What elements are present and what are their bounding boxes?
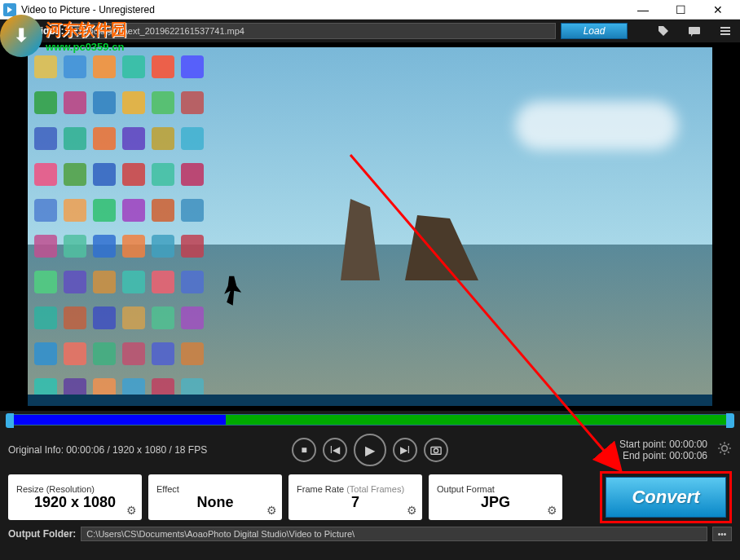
desktop-icon — [64, 271, 86, 293]
desktop-icon — [152, 91, 174, 114]
next-frame-button[interactable]: ▶I — [393, 438, 417, 462]
list-icon[interactable] — [719, 24, 732, 37]
desktop-icon — [93, 163, 116, 186]
desktop-icon — [34, 163, 57, 186]
effect-label: Effect — [156, 484, 274, 494]
resize-label: Resize (Resolution) — [16, 484, 134, 494]
effect-option[interactable]: Effect None ⚙ — [148, 474, 282, 520]
camera-icon — [430, 444, 442, 456]
desktop-icon — [93, 342, 116, 365]
svg-rect-4 — [720, 33, 730, 35]
desktop-icon — [152, 163, 174, 186]
end-point-label: End point: 00:00:06 — [619, 450, 707, 461]
browse-folder-button[interactable]: ••• — [712, 527, 732, 541]
desktop-icon — [122, 271, 145, 293]
desktop-icon — [64, 342, 86, 365]
desktop-icon — [122, 163, 145, 186]
video-preview — [0, 42, 740, 411]
watermark: ⬇ 河东软件园 www.pc0359.cn — [0, 15, 127, 57]
format-option[interactable]: Output Format JPG ⚙ — [429, 474, 562, 520]
start-point-label: Start point: 00:00:00 — [619, 439, 707, 450]
format-label: Output Format — [437, 484, 554, 494]
convert-button[interactable]: Convert — [606, 477, 726, 518]
prev-frame-button[interactable]: I◀ — [323, 438, 347, 462]
desktop-icon — [34, 342, 57, 365]
framerate-option[interactable]: Frame Rate (Total Frames) 7 ⚙ — [289, 474, 422, 520]
desktop-icon — [93, 55, 116, 78]
desktop-icon — [93, 235, 116, 258]
watermark-text-url: www.pc0359.cn — [46, 41, 127, 53]
svg-point-6 — [434, 448, 438, 452]
desktop-icon — [181, 342, 204, 365]
framerate-value: 7 — [297, 494, 414, 511]
desktop-icon — [34, 91, 57, 114]
desktop-icon — [152, 271, 174, 293]
watermark-logo-icon: ⬇ — [0, 15, 42, 57]
timeline-end-handle[interactable] — [726, 413, 734, 428]
video-path-input[interactable]: D:\tools\桌面\ext_2019622161537741.mp4 — [68, 23, 556, 39]
maximize-button[interactable]: ☐ — [662, 1, 699, 19]
desktop-icon — [181, 271, 204, 293]
message-icon[interactable] — [688, 24, 701, 37]
window-title: Video to Picture - Unregistered — [21, 4, 624, 15]
desktop-icon — [64, 91, 86, 114]
format-settings-button[interactable]: ⚙ — [547, 504, 557, 517]
snapshot-button[interactable] — [424, 438, 448, 462]
desktop-icon — [64, 306, 86, 329]
desktop-icon — [122, 199, 145, 222]
close-button[interactable]: ✕ — [699, 1, 737, 19]
timeline-container — [0, 411, 740, 430]
resize-settings-button[interactable]: ⚙ — [126, 504, 137, 517]
load-button[interactable]: Load — [561, 23, 628, 39]
desktop-icon — [93, 306, 116, 329]
desktop-icon — [64, 163, 86, 186]
framerate-label: Frame Rate (Total Frames) — [297, 484, 414, 494]
desktop-icon — [181, 55, 204, 78]
options-row: Resize (Resolution) 1920 x 1080 ⚙ Effect… — [0, 470, 740, 525]
svg-rect-2 — [720, 27, 730, 29]
svg-rect-1 — [689, 27, 700, 34]
play-button[interactable]: ▶ — [354, 434, 386, 466]
output-folder-row: Output Folder: C:\Users\CS\Documents\Aoa… — [0, 525, 740, 543]
desktop-icon — [122, 342, 145, 365]
timeline-start-handle[interactable] — [6, 413, 14, 428]
convert-highlight-box: Convert — [600, 471, 732, 523]
desktop-icon — [122, 55, 145, 78]
desktop-icon — [152, 199, 174, 222]
video-frame — [28, 47, 712, 406]
stop-button[interactable]: ■ — [292, 438, 316, 462]
original-info-label: Original Info: 00:00:06 / 1920 x 1080 / … — [8, 444, 207, 456]
svg-point-7 — [722, 446, 728, 452]
desktop-icon — [181, 306, 204, 329]
desktop-icon — [122, 127, 145, 150]
desktop-icon — [34, 306, 57, 329]
tag-icon[interactable] — [657, 24, 670, 37]
desktop-icon — [64, 199, 86, 222]
time-settings-button[interactable] — [717, 441, 732, 459]
desktop-icon — [34, 199, 57, 222]
minimize-button[interactable]: — — [624, 1, 662, 19]
desktop-icon — [93, 91, 116, 114]
desktop-icon — [152, 55, 174, 78]
effect-settings-button[interactable]: ⚙ — [266, 504, 277, 517]
svg-rect-3 — [720, 30, 730, 32]
playback-controls-row: Original Info: 00:00:06 / 1920 x 1080 / … — [0, 430, 740, 470]
desktop-icon — [122, 91, 145, 114]
resize-option[interactable]: Resize (Resolution) 1920 x 1080 ⚙ — [8, 474, 142, 520]
desktop-icon — [152, 342, 174, 365]
desktop-icon — [34, 127, 57, 150]
desktop-icon — [34, 55, 57, 78]
desktop-icon — [181, 199, 204, 222]
format-value: JPG — [437, 494, 554, 511]
desktop-icon — [152, 127, 174, 150]
timeline-slider[interactable] — [8, 414, 732, 426]
desktop-icon — [34, 235, 57, 258]
framerate-settings-button[interactable]: ⚙ — [407, 504, 417, 517]
desktop-icon — [152, 306, 174, 329]
desktop-icon — [181, 235, 204, 258]
desktop-icon — [152, 235, 174, 258]
output-folder-input[interactable]: C:\Users\CS\Documents\AoaoPhoto Digital … — [81, 527, 707, 541]
desktop-icon — [93, 199, 116, 222]
effect-value: None — [156, 494, 274, 511]
desktop-icon — [64, 235, 86, 258]
